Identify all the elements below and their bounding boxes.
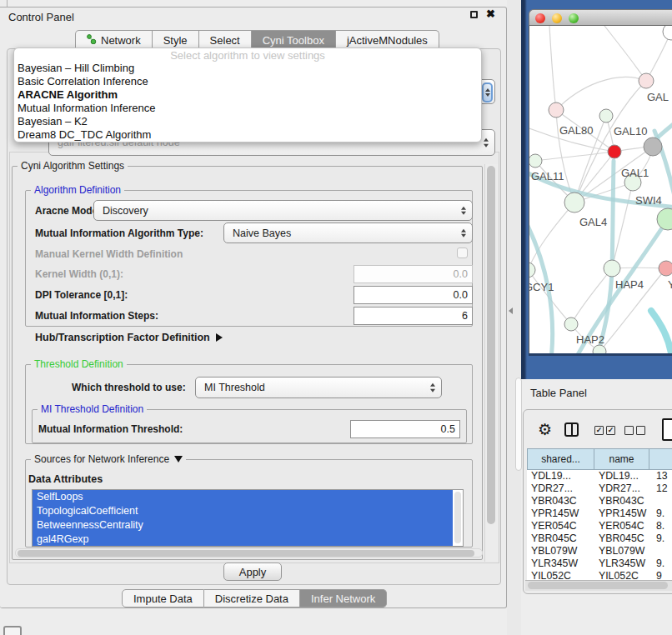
- attribute-list-scrollbar[interactable]: [454, 492, 461, 543]
- network-node[interactable]: [564, 318, 578, 331]
- network-node[interactable]: [657, 208, 672, 230]
- network-node[interactable]: [644, 138, 662, 156]
- mi-algorithm-type-combobox[interactable]: Naive Bayes: [223, 222, 473, 243]
- table-cell: 9.: [649, 558, 672, 570]
- dpi-tolerance-input[interactable]: 0.0: [354, 286, 473, 304]
- algorithm-option-bayesian-k2[interactable]: Bayesian – K2: [14, 115, 481, 128]
- attribute-item-betweennesscentrality[interactable]: BetweennessCentrality: [33, 518, 453, 532]
- table-cell: [649, 495, 672, 508]
- apply-button[interactable]: Apply: [223, 562, 282, 581]
- zoom-traffic-light-icon[interactable]: [569, 13, 579, 23]
- data-attributes-label: Data Attributes: [28, 473, 103, 485]
- network-icon: [87, 34, 97, 47]
- settings-hscrollbar-thumb[interactable]: [18, 550, 474, 557]
- network-edge: [549, 26, 556, 110]
- tab-network[interactable]: Network: [75, 30, 153, 49]
- table-row[interactable]: YLR345WYLR345W9.: [527, 558, 672, 570]
- table-row[interactable]: YER054CYER054C8.: [527, 520, 672, 532]
- column-header-hidden[interactable]: [649, 448, 672, 470]
- panel-splitter[interactable]: [507, 0, 521, 635]
- tab-impute-data[interactable]: Impute Data: [122, 589, 204, 608]
- close-traffic-light-icon[interactable]: [535, 13, 545, 23]
- tab-label: Style: [163, 34, 188, 47]
- tab-infer-network[interactable]: Infer Network: [300, 589, 387, 608]
- tab-cyni-toolbox[interactable]: Cyni Toolbox: [252, 30, 336, 49]
- aracne-mode-combobox[interactable]: Discovery: [93, 200, 473, 221]
- network-node[interactable]: [659, 261, 672, 276]
- mi-steps-input[interactable]: 6: [354, 307, 473, 325]
- network-node[interactable]: [604, 260, 620, 277]
- network-window-titlebar[interactable]: [529, 9, 672, 26]
- network-node[interactable]: [529, 154, 542, 168]
- network-node[interactable]: [564, 192, 584, 212]
- algorithm-definition-title: Algorithm Definition: [31, 184, 124, 196]
- clear-all-checkbox-icon[interactable]: [624, 426, 634, 435]
- gear-icon[interactable]: ⚙: [538, 420, 552, 439]
- tab-select[interactable]: Select: [199, 30, 252, 49]
- close-icon[interactable]: ✖: [486, 8, 495, 20]
- table-cell: YDR27...: [594, 482, 649, 495]
- network-node[interactable]: [599, 109, 613, 122]
- attribute-item-gal4rgexp[interactable]: gal4RGexp: [33, 532, 453, 547]
- clear-all-checkbox-icon[interactable]: [636, 426, 645, 435]
- algorithm-option-aracne-algorithm[interactable]: ARACNE Algorithm: [14, 88, 481, 102]
- settings-vscrollbar-thumb[interactable]: [487, 166, 495, 524]
- cyni-settings-group-title: Cyni Algorithm Settings: [18, 160, 128, 172]
- algorithm-option-basic-correlation-inference[interactable]: Basic Correlation Inference: [14, 75, 481, 88]
- network-node[interactable]: [608, 145, 621, 158]
- attribute-item-topologicalcoefficient[interactable]: TopologicalCoefficient: [33, 504, 453, 518]
- stepper-arrows-icon: [461, 206, 466, 215]
- columns-icon[interactable]: [564, 422, 579, 437]
- which-threshold-combobox[interactable]: MI Threshold: [195, 377, 442, 398]
- tab-style[interactable]: Style: [153, 30, 199, 49]
- table-row[interactable]: YBL079WYBL079W: [527, 545, 672, 558]
- table-row[interactable]: YPR145WYPR145W9.: [527, 508, 672, 520]
- table-row[interactable]: YDR27...YDR27...12: [527, 482, 672, 495]
- table-row[interactable]: YBR045CYBR045C9.: [527, 532, 672, 545]
- down-arrow-icon: [485, 93, 490, 97]
- node-label-gcy1: GCY1: [529, 281, 554, 293]
- table-cell: YLR345W: [594, 558, 649, 570]
- column-header-shared[interactable]: shared...: [527, 448, 594, 470]
- network-node[interactable]: [639, 73, 654, 88]
- select-all-checkbox-icon[interactable]: ✓: [606, 426, 615, 435]
- expand-right-icon: [216, 333, 223, 342]
- table-cell: YER054C: [527, 520, 594, 532]
- minimize-traffic-light-icon[interactable]: [552, 13, 562, 23]
- data-attributes-list: SelfLoopsTopologicalCoefficientBetweenne…: [32, 489, 464, 547]
- table-cell: YBR043C: [527, 495, 594, 508]
- manual-kernel-width-checkbox[interactable]: [457, 248, 468, 258]
- table-row[interactable]: YBR043CYBR043C: [527, 495, 672, 508]
- hub-definition-expander[interactable]: Hub/Transcription Factor Definition: [35, 332, 223, 343]
- network-node[interactable]: [529, 262, 535, 278]
- node-label-gal10: GAL10: [614, 125, 647, 138]
- column-header-name[interactable]: name: [594, 448, 649, 470]
- document-icon[interactable]: [662, 418, 672, 441]
- kernel-width-label: Kernel Width (0,1):: [35, 268, 123, 280]
- right-panel-scrollbar-thumb[interactable]: [515, 378, 522, 471]
- mi-threshold-input[interactable]: 0.5: [350, 420, 460, 438]
- attribute-item-selfloops[interactable]: SelfLoops: [33, 490, 453, 504]
- network-edge: [604, 26, 646, 81]
- select-all-checkbox-icon[interactable]: ✓: [594, 426, 604, 435]
- algorithm-option-dream8-dc-tdc-algorithm[interactable]: Dream8 DC_TDC Algorithm: [14, 128, 481, 142]
- kernel-width-input[interactable]: 0.0: [354, 265, 473, 283]
- minimized-panel-icon[interactable]: [3, 626, 22, 635]
- network-view-canvas[interactable]: GAL80GAL10GALGAL11GAL1SWI4GAL4GCY1HAP4YH…: [529, 26, 672, 353]
- algorithm-dropdown-list: Select algorithm to view settings Bayesi…: [13, 48, 482, 142]
- algorithm-option-bayesian-hill-climbing[interactable]: Bayesian – Hill Climbing: [14, 62, 481, 75]
- tab-discretize-data[interactable]: Discretize Data: [204, 589, 300, 608]
- table-hscrollbar-thumb[interactable]: [528, 582, 668, 589]
- algorithm-option-mutual-information-inference[interactable]: Mutual Information Inference: [14, 102, 481, 115]
- stepper-arrows-icon: [430, 383, 435, 392]
- network-node[interactable]: [663, 26, 672, 40]
- dpi-tolerance-label: DPI Tolerance [0,1]:: [35, 289, 128, 301]
- tab-jactivemnodules[interactable]: jActiveMNodules: [336, 30, 439, 49]
- table-cell: 9.: [649, 532, 672, 545]
- tab-label: Infer Network: [311, 592, 375, 605]
- combobox-stepper-focused[interactable]: [482, 82, 493, 102]
- float-window-icon[interactable]: [470, 11, 478, 18]
- splitter-collapse-icon[interactable]: [509, 308, 513, 314]
- table-row[interactable]: YDL19...YDL19...13: [527, 470, 672, 482]
- network-node[interactable]: [549, 102, 564, 118]
